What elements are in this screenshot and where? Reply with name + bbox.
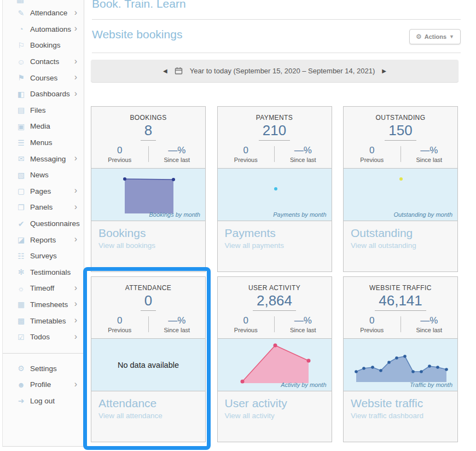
mini-chart: Activity by month	[218, 339, 332, 391]
sidebar-item-menus[interactable]: ☰ Menus ›	[3, 135, 84, 151]
sidebar-item-logout[interactable]: ➜ Log out ›	[3, 393, 84, 409]
sidebar-item-settings[interactable]: ⚙ Settings ›	[3, 360, 84, 377]
sidebar-item-contacts[interactable]: ☺ Contacts ›	[3, 54, 84, 70]
card-label: OUTSTANDING	[344, 114, 457, 122]
messaging-icon: ✉	[16, 155, 26, 163]
card-footer: Outstanding View all outstanding	[344, 221, 457, 250]
sidebar-item-messaging[interactable]: ✉ Messaging ›	[3, 151, 84, 167]
testimonials-icon: ✻	[16, 268, 26, 276]
card-title-link[interactable]: User activity	[225, 397, 324, 410]
bookings-icon: ⚐	[16, 42, 26, 49]
sidebar-item-panels[interactable]: ❐ Panels ›	[3, 199, 84, 216]
card-view-link[interactable]: View all payments	[225, 241, 324, 250]
card-view-link[interactable]: View all outstanding	[351, 241, 450, 250]
chevron-right-icon: ›	[74, 299, 77, 309]
card-title-link[interactable]: Outstanding	[351, 227, 450, 240]
previous-label: Previous	[344, 327, 400, 333]
sidebar-divider	[3, 353, 84, 354]
change-stat: —% Since last	[401, 145, 458, 163]
previous-label: Previous	[218, 327, 275, 333]
mini-chart: Outstanding by month	[344, 169, 457, 221]
settings-icon: ⚙	[16, 365, 26, 372]
change-label: Since last	[149, 157, 206, 163]
change-label: Since last	[275, 157, 332, 163]
sidebar-item-label: Reports	[30, 236, 56, 244]
sidebar-item-attendance[interactable]: ✎ Attendance ›	[3, 5, 84, 21]
sidebar-item-surveys[interactable]: ☷ Surveys ›	[3, 248, 84, 264]
card-view-link[interactable]: View traffic dashboard	[351, 412, 450, 420]
card-view-link[interactable]: View all bookings	[98, 241, 198, 250]
chevron-right-icon: ›	[74, 235, 77, 245]
date-range-bar[interactable]: ◀ Year to today (September 15, 2020 – Se…	[91, 60, 458, 82]
card-payments: PAYMENTS 210 0 Previous —% Since last Pa…	[217, 106, 332, 272]
sidebar-item-profile[interactable]: ☻ Profile ›	[3, 377, 84, 393]
stat-value: 0	[91, 293, 205, 311]
profile-icon: ☻	[16, 381, 26, 389]
change-stat: —% Since last	[275, 315, 332, 333]
sidebar-item-media[interactable]: ▣ Media ›	[3, 118, 84, 135]
sidebar-item-label: Menus	[30, 138, 53, 147]
sidebar-item-label: Questionnaires	[30, 219, 80, 228]
change-stat: —% Since last	[401, 315, 458, 333]
chevron-right-icon: ›	[74, 154, 77, 164]
card-user-activity: USER ACTIVITY 2,864 0 Previous —% Since …	[217, 276, 332, 442]
change-label: Since last	[275, 327, 332, 333]
sidebar-item-files[interactable]: ▤ Files ›	[3, 102, 84, 119]
page-title: Book. Train. Learn	[92, 0, 186, 10]
previous-stat: 0 Previous	[91, 145, 148, 163]
sidebar-item-todos[interactable]: ☑ Todos ›	[3, 329, 84, 345]
section-title: Website bookings	[92, 28, 182, 41]
sidebar-item-news[interactable]: ▧ News ›	[3, 167, 84, 183]
sidebar-item-automations[interactable]: ◔ Automations ›	[3, 21, 84, 38]
sidebar-item-courses[interactable]: ⚑ Courses ›	[3, 70, 84, 86]
card-view-link[interactable]: View all attendance	[98, 412, 198, 420]
change-stat: —% Since last	[149, 315, 206, 333]
news-icon: ▧	[16, 171, 26, 179]
card-title-link[interactable]: Bookings	[98, 227, 198, 240]
sidebar-item-timesheets[interactable]: ▦ Timesheets ›	[3, 297, 84, 313]
change-value: —%	[275, 315, 332, 326]
card-stats: WEBSITE TRAFFIC 46,141 0 Previous —% Sin…	[344, 277, 457, 339]
courses-icon: ⚑	[16, 74, 26, 82]
chevron-right-icon: ›	[74, 186, 77, 196]
actions-button[interactable]: ⚙ Actions ▼	[409, 29, 461, 44]
mini-chart: Payments by month	[218, 169, 332, 221]
stat-value: 46,141	[344, 293, 457, 311]
next-period-button[interactable]: ▶	[382, 68, 386, 74]
stats-row: 0 Previous —% Since last	[91, 145, 205, 163]
chart-caption: Traffic by month	[410, 381, 452, 388]
stat-value: 2,864	[218, 293, 332, 311]
chevron-right-icon: ›	[74, 380, 77, 390]
sidebar-item-questionnaires[interactable]: ✔ Questionnaires ›	[3, 216, 84, 232]
chevron-right-icon: ›	[74, 57, 77, 67]
card-attendance: ATTENDANCE 0 0 Previous —% Since last No…	[91, 276, 206, 442]
card-footer: User activity View all activity	[218, 391, 332, 420]
previous-value: 0	[218, 315, 275, 326]
mini-chart: Bookings by month	[91, 169, 205, 221]
sidebar-item-timeoff[interactable]: ☼ Timeoff ›	[3, 280, 84, 297]
previous-stat: 0 Previous	[91, 315, 148, 333]
change-label: Since last	[149, 327, 206, 333]
card-title-link[interactable]: Payments	[225, 227, 324, 240]
sidebar-item-dashboards[interactable]: ◧ Dashboards ›	[3, 86, 84, 102]
mini-chart: No data available	[91, 339, 205, 391]
automations-icon: ◔	[16, 25, 26, 33]
cropped-menu-icon: ▦	[16, 0, 24, 4]
sidebar-item-label: Courses	[30, 74, 57, 82]
sidebar-item-bookings[interactable]: ⚐ Bookings ›	[3, 37, 84, 54]
card-view-link[interactable]: View all activity	[225, 412, 324, 420]
date-range-label: Year to today (September 15, 2020 – Sept…	[190, 67, 375, 75]
sidebar-item-testimonials[interactable]: ✻ Testimonials ›	[3, 264, 84, 281]
prev-period-button[interactable]: ◀	[163, 68, 167, 74]
sidebar-item-label: Log out	[30, 397, 55, 405]
card-stats: ATTENDANCE 0 0 Previous —% Since last	[91, 277, 205, 339]
card-title-link[interactable]: Attendance	[98, 397, 198, 410]
sidebar: ▦ ✎ Attendance › ◔ Automations › ⚐ Booki…	[2, 0, 84, 447]
sidebar-item-pages[interactable]: ▢ Pages ›	[3, 183, 84, 200]
card-title-link[interactable]: Website traffic	[351, 397, 450, 410]
surveys-icon: ☷	[16, 252, 26, 260]
chevron-right-icon: ›	[74, 284, 77, 293]
sidebar-menu: ✎ Attendance › ◔ Automations › ⚐ Booking…	[3, 5, 84, 345]
sidebar-item-reports[interactable]: ◪ Reports ›	[3, 232, 84, 248]
sidebar-item-timetables[interactable]: ▩ Timetables ›	[3, 313, 84, 329]
